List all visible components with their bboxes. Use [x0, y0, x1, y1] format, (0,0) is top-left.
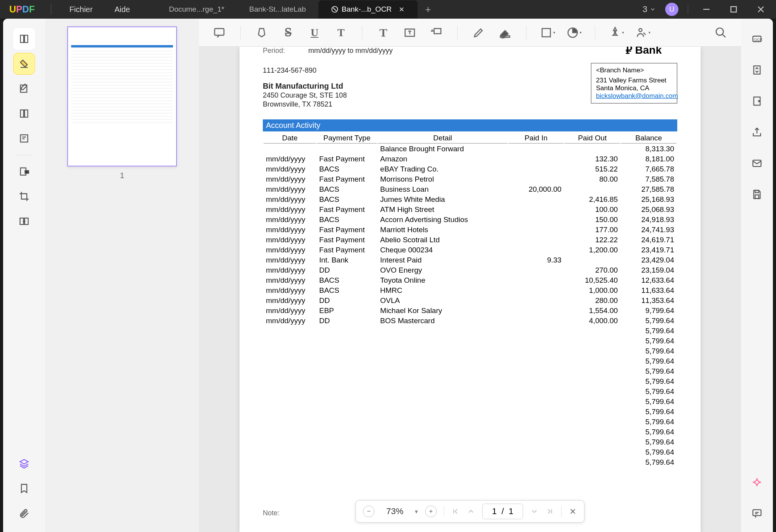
col-paid-in: Paid In: [508, 133, 564, 144]
tab-document-3[interactable]: Bank-...b_OCR: [318, 0, 418, 18]
eraser-tool[interactable]: [496, 24, 514, 41]
search-button[interactable]: [712, 24, 729, 41]
zoom-dropdown[interactable]: ▾: [415, 508, 418, 515]
maximize-button[interactable]: [725, 2, 743, 17]
minimize-button[interactable]: [697, 2, 715, 17]
shape-tool[interactable]: ▾: [539, 24, 556, 41]
ocr-tool[interactable]: OCR: [746, 28, 768, 50]
user-avatar[interactable]: U: [665, 3, 678, 16]
ai-tool[interactable]: [746, 471, 768, 493]
search-icon: [715, 26, 727, 39]
first-page-icon[interactable]: [451, 507, 460, 516]
document-viewport[interactable]: Period:mm/dd/yyyy to mm/dd/yyyy 111-234-…: [199, 47, 741, 532]
compare-tool[interactable]: [13, 210, 35, 232]
email-tool[interactable]: [746, 152, 768, 174]
svg-point-17: [716, 28, 724, 35]
thumbnail-preview: [71, 30, 173, 125]
zoom-out-button[interactable]: −: [363, 506, 374, 517]
pencil-icon: [472, 26, 485, 39]
convert-tool[interactable]: [746, 59, 768, 81]
textbox-tool[interactable]: [401, 24, 418, 41]
signature-tool[interactable]: ▾: [634, 24, 651, 41]
divider: [457, 26, 458, 40]
stamp-tool[interactable]: ▾: [608, 24, 625, 41]
marker-icon: [255, 26, 268, 39]
table-row: mm/dd/yyyyBACSToyota Online10,525.4012,6…: [264, 276, 676, 285]
activity-table: Date Payment Type Detail Paid In Paid Ou…: [263, 132, 677, 468]
chevron-down-icon: [650, 6, 656, 12]
square-icon: [540, 26, 552, 39]
branch-name: <Branch Name>: [596, 66, 672, 74]
tab-document-1[interactable]: Docume...rge_1*: [156, 0, 237, 18]
menu-help[interactable]: Aide: [103, 5, 141, 14]
table-row: 5,799.64: [264, 458, 676, 467]
attachment-tool[interactable]: [13, 502, 35, 524]
page-navigation-bar: − 73% ▾ + 1 / 1: [355, 500, 584, 523]
next-page-icon[interactable]: [530, 507, 539, 516]
signature-icon: [635, 26, 648, 39]
table-row: mm/dd/yyyyDDOVO Energy270.0023,159.04: [264, 266, 676, 275]
table-row: mm/dd/yyyyDDBOS Mastercard4,000.005,799.…: [264, 316, 676, 326]
comment-icon: [213, 26, 225, 39]
add-tab-button[interactable]: +: [418, 4, 439, 16]
table-row: 5,799.64: [264, 377, 676, 386]
strikethrough-tool[interactable]: S̶: [280, 24, 297, 41]
table-row: mm/dd/yyyyEBPMichael Kor Salary1,554.009…: [264, 306, 676, 315]
table-row: mm/dd/yyyyBACSHMRC1,000.0011,633.64: [264, 286, 676, 295]
sticker-tool[interactable]: ▾: [565, 24, 582, 41]
reader-tool[interactable]: [13, 28, 35, 50]
svg-rect-12: [434, 28, 441, 33]
callout-tool[interactable]: [428, 24, 445, 41]
organize-pages-tool[interactable]: [13, 103, 35, 124]
edit-text-tool[interactable]: [13, 78, 35, 100]
pencil-tool[interactable]: [470, 24, 487, 41]
save-tool[interactable]: [746, 184, 768, 205]
cloud-sync-count[interactable]: 3: [643, 4, 656, 14]
table-row: 5,799.64: [264, 397, 676, 406]
table-row: 5,799.64: [264, 387, 676, 396]
page-thumbnail-1[interactable]: [67, 26, 177, 166]
close-tab-icon[interactable]: [398, 6, 405, 13]
svg-rect-24: [755, 195, 759, 198]
last-page-icon[interactable]: [546, 507, 554, 516]
highlighter-tool[interactable]: [253, 24, 270, 41]
address-line-1: 2450 Courage St, STE 108: [263, 91, 393, 100]
underline-tool[interactable]: U: [306, 24, 323, 41]
svg-text:OCR: OCR: [754, 38, 762, 42]
zoom-in-button[interactable]: +: [425, 506, 437, 517]
bookmark-tool[interactable]: [13, 478, 35, 499]
sticker-icon: [566, 26, 579, 39]
table-row: 5,799.64: [264, 346, 676, 356]
branch-info-box: <Branch Name> 231 Valley Farms Street Sa…: [591, 63, 677, 103]
pin-icon: [609, 26, 621, 39]
export-tool[interactable]: [746, 90, 768, 112]
table-row: mm/dd/yyyyBACSeBAY Trading Co.515.227,66…: [264, 164, 676, 174]
compare-icon: [19, 216, 30, 227]
redact-tool[interactable]: [13, 161, 35, 182]
col-paid-out: Paid Out: [565, 133, 620, 144]
titlebar-controls: 3 U: [643, 2, 776, 17]
squiggly-tool[interactable]: T: [332, 24, 350, 41]
form-tool[interactable]: [13, 128, 35, 149]
prev-page-icon[interactable]: [467, 507, 475, 516]
close-bar-icon[interactable]: [569, 507, 577, 516]
share-tool[interactable]: [746, 121, 768, 143]
table-row: mm/dd/yyyyFast PaymentAmazon132.308,181.…: [264, 154, 676, 164]
crop-tool[interactable]: [13, 186, 35, 207]
callout-icon: [430, 26, 442, 39]
activity-section-header: Account Activity: [263, 119, 677, 131]
page-indicator[interactable]: 1 / 1: [482, 504, 523, 519]
divider: [362, 26, 362, 40]
tab-document-2[interactable]: Bank-St...lateLab: [237, 0, 318, 18]
close-window-button[interactable]: [752, 2, 770, 17]
text-tool[interactable]: T: [375, 24, 392, 41]
pages-icon: [19, 108, 30, 119]
table-row: mm/dd/yyyyFast PaymentMarriott Hotels177…: [264, 225, 676, 234]
highlight-tool[interactable]: [13, 53, 35, 75]
layers-tool[interactable]: [13, 453, 35, 474]
feedback-tool[interactable]: [746, 502, 768, 524]
comment-tool[interactable]: [211, 24, 228, 41]
menu-file[interactable]: Fichier: [58, 5, 103, 14]
table-row: mm/dd/yyyyBACSBusiness Loan20,000.0027,5…: [264, 185, 676, 194]
branch-email-link[interactable]: bickslowbank@domain.com: [596, 92, 678, 100]
